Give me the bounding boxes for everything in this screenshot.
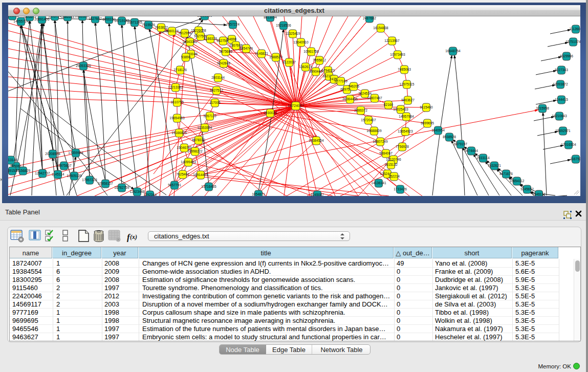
svg-text:1362615: 1362615 <box>299 65 312 69</box>
svg-text:13654923: 13654923 <box>398 129 413 133</box>
svg-text:11353594: 11353594 <box>198 126 212 129</box>
svg-text:14957984: 14957984 <box>399 115 414 118</box>
svg-text:13716485: 13716485 <box>201 185 216 188</box>
svg-text:16914479: 16914479 <box>193 173 208 177</box>
svg-text:746206: 746206 <box>348 84 359 88</box>
svg-text:9227343: 9227343 <box>555 68 568 72</box>
svg-text:1112604: 1112604 <box>570 27 580 31</box>
svg-text:1244415: 1244415 <box>555 98 568 101</box>
svg-text:14136141: 14136141 <box>371 181 386 185</box>
svg-text:3624534: 3624534 <box>358 92 372 95</box>
svg-text:2313146: 2313146 <box>8 158 17 162</box>
svg-text:7663822: 7663822 <box>155 26 168 29</box>
svg-text:13975867: 13975867 <box>56 164 72 167</box>
svg-text:10807487: 10807487 <box>367 96 382 100</box>
svg-text:16648754: 16648754 <box>445 49 461 53</box>
svg-text:19166825: 19166825 <box>171 131 187 135</box>
svg-text:17359924: 17359924 <box>68 151 83 155</box>
svg-text:1733426: 1733426 <box>394 187 407 191</box>
svg-text:8186328: 8186328 <box>204 37 217 40</box>
svg-text:19218506: 19218506 <box>276 24 291 27</box>
svg-text:7857224: 7857224 <box>226 23 239 26</box>
svg-text:9657791: 9657791 <box>168 183 181 187</box>
svg-text:25053346: 25053346 <box>76 64 91 68</box>
svg-text:1930023: 1930023 <box>264 111 277 115</box>
svg-text:8454749: 8454749 <box>239 47 253 50</box>
svg-text:(x): (x) <box>130 233 137 240</box>
svg-text:9463627: 9463627 <box>401 98 415 102</box>
svg-text:7632621: 7632621 <box>488 164 501 167</box>
svg-text:1588520: 1588520 <box>269 55 282 59</box>
svg-text:16671385: 16671385 <box>127 20 142 24</box>
svg-text:1615132: 1615132 <box>384 163 398 166</box>
svg-text:6966160: 6966160 <box>102 17 116 21</box>
svg-text:7955812: 7955812 <box>313 58 326 62</box>
svg-text:9245652: 9245652 <box>520 187 534 191</box>
svg-text:1145114: 1145114 <box>52 172 64 176</box>
svg-text:9474444: 9474444 <box>465 149 478 152</box>
svg-text:9242848: 9242848 <box>217 61 230 65</box>
svg-text:17957223: 17957223 <box>82 178 97 182</box>
svg-text:11325419: 11325419 <box>286 32 300 35</box>
svg-text:1292344: 1292344 <box>143 193 157 196</box>
svg-text:8471676: 8471676 <box>499 172 513 176</box>
svg-text:18807249: 18807249 <box>373 140 388 143</box>
svg-text:16154838: 16154838 <box>373 26 388 30</box>
svg-text:12923448: 12923448 <box>129 190 145 193</box>
svg-text:6879197: 6879197 <box>454 142 467 146</box>
svg-text:15046745: 15046745 <box>177 146 192 149</box>
svg-text:3215958: 3215958 <box>536 106 549 110</box>
svg-text:15720407: 15720407 <box>361 118 376 122</box>
svg-text:1905724: 1905724 <box>48 16 61 18</box>
svg-text:20691406: 20691406 <box>34 17 50 21</box>
svg-text:2803144: 2803144 <box>211 76 225 79</box>
svg-text:16210643: 16210643 <box>552 114 567 118</box>
svg-text:9245087: 9245087 <box>311 193 324 196</box>
svg-text:19654983: 19654983 <box>169 116 185 120</box>
svg-text:12975115: 12975115 <box>400 82 415 86</box>
svg-text:15692971: 15692971 <box>555 129 571 133</box>
svg-text:8813054: 8813054 <box>264 16 277 19</box>
svg-text:12213967: 12213967 <box>384 39 400 42</box>
svg-text:9884067: 9884067 <box>379 151 393 155</box>
svg-text:19384554: 19384554 <box>309 139 324 142</box>
svg-text:7756928: 7756928 <box>396 145 409 148</box>
svg-text:12213382: 12213382 <box>168 85 183 89</box>
svg-text:20364436: 20364436 <box>342 97 358 101</box>
svg-text:17016504: 17016504 <box>561 143 576 146</box>
svg-text:2718126: 2718126 <box>173 68 187 72</box>
svg-text:5875685: 5875685 <box>219 50 232 53</box>
svg-text:16033809: 16033809 <box>197 16 212 17</box>
svg-text:2386372: 2386372 <box>354 108 367 112</box>
svg-text:3912954: 3912954 <box>178 31 191 35</box>
svg-text:1527602: 1527602 <box>89 17 102 20</box>
svg-text:1054871: 1054871 <box>252 192 265 196</box>
svg-text:8427512: 8427512 <box>210 89 223 92</box>
svg-text:10973493: 10973493 <box>390 53 405 56</box>
svg-text:82160: 82160 <box>384 103 394 106</box>
svg-text:93890: 93890 <box>181 55 191 59</box>
svg-text:7515526: 7515526 <box>142 23 155 27</box>
svg-text:14099483: 14099483 <box>181 160 196 164</box>
svg-text:14998222: 14998222 <box>187 149 203 153</box>
svg-text:10961758: 10961758 <box>303 50 319 53</box>
svg-text:5267110: 5267110 <box>203 114 216 118</box>
svg-text:2313568: 2313568 <box>8 16 19 17</box>
svg-text:18724007: 18724007 <box>288 103 304 108</box>
svg-text:20208578: 20208578 <box>45 152 60 156</box>
svg-text:15751074: 15751074 <box>565 40 580 43</box>
svg-text:116753: 116753 <box>570 157 580 161</box>
svg-text:8122037: 8122037 <box>282 60 296 64</box>
svg-text:12505135: 12505135 <box>67 174 82 178</box>
svg-text:10958107: 10958107 <box>98 182 113 185</box>
svg-text:8660124: 8660124 <box>165 29 179 33</box>
svg-text:6899695: 6899695 <box>421 121 434 125</box>
svg-text:9146821: 9146821 <box>255 52 268 55</box>
svg-text:9329966: 9329966 <box>560 54 573 58</box>
svg-text:9115460: 9115460 <box>420 105 433 109</box>
svg-text:6794023: 6794023 <box>321 69 335 72</box>
svg-text:1686163: 1686163 <box>61 16 74 18</box>
svg-text:7625402: 7625402 <box>176 172 189 176</box>
svg-text:12942737: 12942737 <box>35 171 50 175</box>
svg-text:16543362: 16543362 <box>182 40 198 43</box>
